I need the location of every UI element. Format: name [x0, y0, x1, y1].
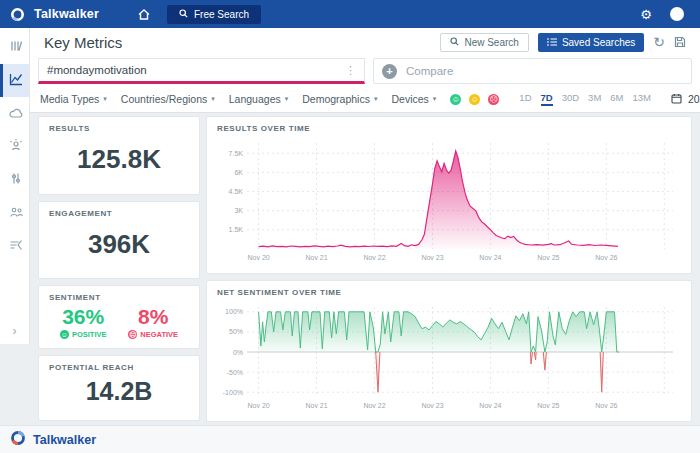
- svg-text:-100%: -100%: [223, 389, 243, 396]
- svg-text:6K: 6K: [234, 169, 243, 176]
- search-query-input[interactable]: #mondaymotivation ⋮: [38, 58, 365, 84]
- cloud-icon: [9, 105, 24, 123]
- page-header: Key Metrics New Search Saved Searches ↻: [30, 28, 700, 56]
- svg-text:50%: 50%: [229, 328, 243, 335]
- negative-sentiment-filter-icon[interactable]: ☹: [488, 94, 499, 105]
- results-value: 125.8K: [49, 144, 189, 175]
- filter-label: Languages: [229, 93, 281, 105]
- results-label: RESULTS: [49, 124, 189, 133]
- svg-text:Nov 23: Nov 23: [421, 402, 443, 409]
- save-report-icon[interactable]: [674, 36, 686, 48]
- filter-media-types[interactable]: Media Types▾: [40, 93, 107, 105]
- filter-languages[interactable]: Languages▾: [229, 93, 288, 105]
- home-icon[interactable]: [138, 9, 150, 20]
- free-search-label: Free Search: [194, 9, 249, 20]
- free-search-button[interactable]: Free Search: [167, 5, 261, 24]
- plus-icon: +: [382, 64, 397, 79]
- sidebar-item-analytics[interactable]: [0, 64, 29, 97]
- svg-text:7.5K: 7.5K: [229, 150, 244, 157]
- streams-icon: [9, 237, 23, 255]
- chevron-down-icon: ▾: [103, 95, 107, 103]
- sidebar-item-demographics[interactable]: [0, 163, 29, 196]
- sliders-icon: [10, 171, 22, 189]
- engagement-value: 396K: [49, 229, 189, 260]
- time-range-option[interactable]: 3M: [588, 92, 601, 106]
- svg-text:Nov 20: Nov 20: [247, 402, 269, 409]
- filter-demographics[interactable]: Demographics▾: [302, 93, 377, 105]
- svg-text:Nov 24: Nov 24: [479, 254, 501, 261]
- potential-reach-card: POTENTIAL REACH 14.2B: [38, 355, 200, 421]
- settings-gear-icon[interactable]: ⚙: [640, 8, 652, 21]
- filter-label: Countries/Regions: [121, 93, 207, 105]
- saved-searches-label: Saved Searches: [562, 37, 635, 48]
- svg-text:Nov 21: Nov 21: [305, 254, 327, 261]
- svg-text:Nov 20: Nov 20: [247, 254, 269, 261]
- topbar: Talkwalker Free Search ⚙: [0, 0, 700, 28]
- compare-button[interactable]: + Compare: [373, 58, 692, 84]
- filter-countries-regions[interactable]: Countries/Regions▾: [121, 93, 215, 105]
- net-sentiment-over-time-title: NET SENTIMENT OVER TIME: [217, 288, 681, 297]
- svg-text:Nov 21: Nov 21: [305, 402, 327, 409]
- svg-text:Nov 22: Nov 22: [363, 402, 385, 409]
- svg-text:Nov 25: Nov 25: [537, 254, 559, 261]
- svg-text:Nov 24: Nov 24: [479, 402, 501, 409]
- positive-face-icon: ☺: [60, 330, 69, 339]
- dashboard-content: RESULTS 125.8K ENGAGEMENT 396K SENTIMENT…: [30, 113, 700, 425]
- date-range-text: 20/11/20 – 20/11/26: [688, 93, 700, 105]
- chevron-down-icon: ▾: [285, 95, 289, 103]
- refresh-icon[interactable]: ↻: [653, 35, 665, 49]
- calendar-icon: [671, 93, 682, 106]
- footer-brand-name: Talkwalker: [33, 433, 96, 447]
- svg-text:Nov 23: Nov 23: [421, 254, 443, 261]
- new-search-button[interactable]: New Search: [440, 33, 528, 52]
- sidebar-item-streams[interactable]: [0, 229, 29, 262]
- kebab-menu-icon[interactable]: ⋮: [345, 64, 356, 77]
- svg-text:0%: 0%: [233, 349, 243, 356]
- search-icon: [179, 9, 188, 20]
- page-title: Key Metrics: [44, 34, 122, 51]
- tally-icon: [9, 39, 23, 57]
- negative-face-icon: ☹: [128, 330, 137, 339]
- sidebar-nav: ›: [0, 28, 30, 344]
- line-chart-icon: [9, 72, 23, 90]
- filter-label: Demographics: [302, 93, 370, 105]
- results-over-time-card: RESULTS OVER TIME 1.5K3K4.5K6K7.5KNov 20…: [206, 116, 692, 274]
- positive-sentiment-filter-icon[interactable]: ☺: [450, 94, 461, 105]
- user-avatar[interactable]: [670, 7, 684, 21]
- search-icon: [450, 37, 459, 48]
- list-icon: [547, 37, 557, 48]
- engagement-card: ENGAGEMENT 396K: [38, 201, 200, 279]
- sidebar-item-themes[interactable]: [0, 97, 29, 130]
- potential-reach-value: 14.2B: [49, 377, 189, 406]
- search-query-text: #mondaymotivation: [47, 64, 147, 76]
- brand-name: Talkwalker: [34, 7, 99, 21]
- talkwalker-footer-logo-icon: [10, 430, 26, 450]
- sidebar-expand-icon[interactable]: ›: [0, 324, 29, 338]
- sidebar-item-audience[interactable]: [0, 196, 29, 229]
- metrics-column: RESULTS 125.8K ENGAGEMENT 396K SENTIMENT…: [38, 116, 200, 422]
- influencer-icon: [9, 138, 23, 156]
- results-card: RESULTS 125.8K: [38, 116, 200, 195]
- time-range-option[interactable]: 7D: [541, 92, 553, 106]
- time-range-option[interactable]: 13M: [633, 92, 651, 106]
- chevron-down-icon: ▾: [374, 95, 378, 103]
- talkwalker-logo-icon[interactable]: [10, 7, 25, 22]
- time-range-option[interactable]: 30D: [562, 92, 579, 106]
- filter-label: Media Types: [40, 93, 99, 105]
- svg-text:Nov 26: Nov 26: [595, 254, 617, 261]
- svg-text:4.5K: 4.5K: [229, 188, 244, 195]
- svg-text:Nov 25: Nov 25: [537, 402, 559, 409]
- filter-devices[interactable]: Devices▾: [391, 93, 436, 105]
- time-range-option[interactable]: 1D: [519, 92, 531, 106]
- time-range-option[interactable]: 6M: [610, 92, 623, 106]
- chevron-down-icon: ▾: [211, 95, 215, 103]
- time-range-selector: 1D 7D 30D 3M 6M 13M: [519, 92, 651, 106]
- sidebar-item-influencers[interactable]: [0, 130, 29, 163]
- svg-text:-50%: -50%: [227, 369, 243, 376]
- sentiment-card: SENTIMENT 36% ☺POSITIVE 8% ☹NEGATIVE: [38, 285, 200, 349]
- date-range-picker[interactable]: 20/11/20 – 20/11/26: [671, 93, 700, 106]
- neutral-sentiment-filter-icon[interactable]: ☺: [469, 94, 480, 105]
- sidebar-item-tally[interactable]: [0, 31, 29, 64]
- filter-label: Devices: [391, 93, 428, 105]
- saved-searches-button[interactable]: Saved Searches: [538, 33, 644, 52]
